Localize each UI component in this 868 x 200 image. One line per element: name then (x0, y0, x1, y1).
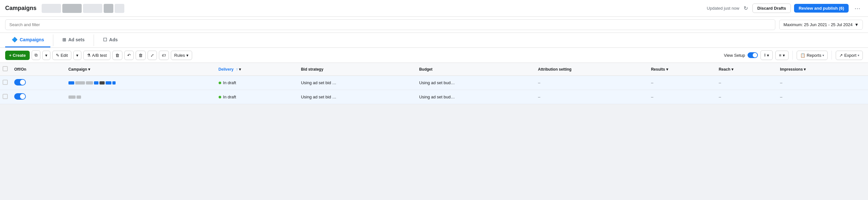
td-budget-1: Using ad set bud… (415, 76, 534, 90)
row1-toggle[interactable] (14, 79, 26, 86)
td-budget-2: Using ad set bud… (415, 90, 534, 104)
tab-ads[interactable]: ☐ Ads (97, 33, 124, 47)
edit-dropdown-button[interactable]: ▾ (73, 51, 82, 60)
th-impressions[interactable]: Impressions ▾ (776, 63, 868, 76)
review-publish-button[interactable]: Review and publish (6) (794, 4, 848, 12)
nav-tabs-row: 🔷 Campaigns ⊞ Ad sets ☐ Ads (0, 33, 868, 48)
row2-checkbox[interactable] (3, 94, 8, 99)
create-button[interactable]: + Create (5, 51, 30, 60)
columns-button[interactable]: ⦀ ▾ (761, 50, 773, 60)
name-block (76, 96, 81, 99)
duplicate-button[interactable]: ⧉ (32, 50, 40, 60)
undo-icon: ↶ (127, 53, 131, 58)
ads-tab-icon: ☐ (103, 37, 107, 42)
th-off-on: Off/On (10, 63, 65, 76)
toolbar-row: + Create ⧉ ▾ ✎ Edit ▾ ⚗ A/B test 🗑 ↶ 🗑 ⤢… (0, 48, 868, 63)
impressions-sort-icon: ▾ (804, 67, 806, 72)
results-sort-icon: ▾ (666, 67, 668, 72)
th-reach[interactable]: Reach ▾ (715, 63, 776, 76)
td-impressions-1: – (776, 76, 868, 90)
edit-button[interactable]: ✎ Edit (52, 51, 71, 60)
tab-adsets[interactable]: ⊞ Ad sets (56, 33, 91, 47)
delete-button[interactable]: 🗑 (113, 51, 122, 60)
td-attribution-2: – (534, 90, 647, 104)
tab-pill-4 (104, 4, 113, 13)
undo-button[interactable]: ↶ (124, 51, 134, 60)
top-bar-tabs (42, 4, 707, 13)
date-range-label: Maximum: 25 Jun 2021 - 25 Jul 2024 (783, 22, 852, 27)
name-block (75, 81, 85, 85)
select-all-checkbox[interactable] (3, 66, 8, 71)
td-checkbox-1[interactable] (0, 76, 10, 90)
delivery-status-dot-2 (219, 96, 221, 98)
td-toggle-2[interactable] (10, 90, 65, 104)
duplicate-dropdown-button[interactable]: ▾ (42, 51, 51, 60)
th-select-all[interactable] (0, 63, 10, 76)
td-bid-2: Using ad set bid … (297, 90, 415, 104)
nav-divider-2 (94, 35, 94, 46)
discard-drafts-button[interactable]: Discard Drafts (752, 4, 791, 13)
td-results-2: – (647, 90, 715, 104)
view-setup-toggle[interactable] (748, 52, 758, 58)
toolbar-sep-2 (832, 51, 832, 60)
rules-button[interactable]: Rules ▾ (171, 51, 192, 60)
breakdown-button[interactable]: ≡ ▾ (775, 51, 788, 60)
th-results[interactable]: Results ▾ (647, 63, 715, 76)
top-bar-right: Updated just now ↻ Discard Drafts Review… (707, 4, 863, 13)
campaign-sort-icon: ▾ (88, 67, 90, 72)
refresh-button[interactable]: ↻ (742, 4, 749, 12)
th-campaign[interactable]: Campaign ▾ (65, 63, 215, 76)
duplicate-icon: ⧉ (35, 53, 37, 58)
tab-pill-1 (42, 4, 61, 13)
trash-button[interactable]: 🗑 (135, 51, 146, 60)
row1-checkbox[interactable] (3, 80, 8, 85)
campaigns-table: Off/On Campaign ▾ Delivery ↑ ▾ Bid strat… (0, 63, 868, 104)
tab-campaigns[interactable]: 🔷 Campaigns (5, 33, 51, 47)
columns-chevron: ▾ (767, 53, 769, 58)
export-chevron-icon: ▾ (858, 54, 859, 57)
name-block (113, 81, 116, 85)
table-row: In draft Using ad set bid … Using ad set… (0, 76, 868, 90)
breakdown-icon: ≡ (779, 53, 781, 58)
toolbar-sep-1 (793, 51, 793, 60)
more-options-button[interactable]: ⋯ (852, 4, 863, 13)
name-block (94, 81, 98, 85)
td-toggle-1[interactable] (10, 76, 65, 90)
columns-icon: ⦀ (764, 53, 766, 58)
ab-test-button[interactable]: ⚗ A/B test (83, 51, 111, 60)
name-block (99, 81, 104, 85)
td-reach-2: – (715, 90, 776, 104)
updated-text: Updated just now (707, 6, 739, 11)
td-checkbox-2[interactable] (0, 90, 10, 104)
td-bid-1: Using ad set bid … (297, 76, 415, 90)
th-attribution: Attribution setting (534, 63, 647, 76)
reports-button[interactable]: 📋 Reports ▾ (797, 51, 828, 60)
td-delivery-2: In draft (215, 90, 297, 104)
th-budget: Budget (415, 63, 534, 76)
ab-test-icon: ⚗ (87, 53, 91, 58)
trash-icon: 🗑 (138, 53, 143, 58)
toolbar-right: View Setup ⦀ ▾ ≡ ▾ 📋 Reports ▾ ↗ Export … (724, 50, 863, 60)
tag-button[interactable]: 🏷 (159, 51, 169, 60)
top-bar: Campaigns Updated just now ↻ Discard Dra… (0, 0, 868, 17)
chevron-down-icon: ▼ (855, 22, 859, 27)
nav-divider-1 (53, 35, 53, 46)
tab-pill-2 (62, 4, 82, 13)
reports-icon: 📋 (800, 53, 805, 58)
th-delivery[interactable]: Delivery ↑ ▾ (215, 63, 297, 76)
date-range-button[interactable]: Maximum: 25 Jun 2021 - 25 Jul 2024 ▼ (779, 20, 863, 30)
page-title: Campaigns (5, 5, 36, 11)
campaigns-table-container: Off/On Campaign ▾ Delivery ↑ ▾ Bid strat… (0, 63, 868, 104)
chevron-down-icon-2: ▾ (45, 53, 48, 58)
row2-toggle[interactable] (14, 93, 26, 100)
share-button[interactable]: ⤢ (148, 51, 157, 60)
td-impressions-2: – (776, 90, 868, 104)
export-button[interactable]: ↗ Export ▾ (836, 51, 863, 60)
tab-pill-3 (83, 4, 102, 13)
search-input[interactable] (5, 19, 775, 30)
name-block (68, 81, 74, 85)
edit-icon: ✎ (56, 53, 59, 58)
delivery-sort-icon: ↑ (236, 67, 238, 72)
chevron-down-icon-3: ▾ (76, 53, 79, 58)
table-row: In draft Using ad set bid … Using ad set… (0, 90, 868, 104)
